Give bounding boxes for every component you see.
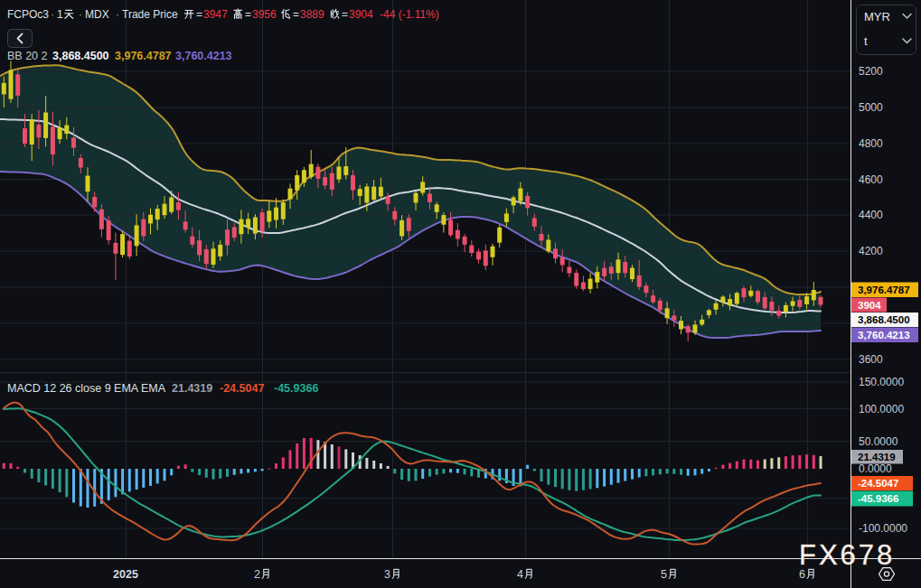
- svg-text:5: 5: [661, 568, 667, 581]
- svg-text:2025: 2025: [113, 568, 138, 581]
- svg-text:5200: 5200: [859, 65, 883, 78]
- svg-text:50.0000: 50.0000: [859, 435, 898, 448]
- svg-text:-24.5047: -24.5047: [220, 382, 264, 395]
- svg-text:3: 3: [384, 568, 390, 581]
- svg-text:3889: 3889: [300, 8, 324, 21]
- svg-text:3904: 3904: [858, 300, 881, 311]
- svg-text:21.4319: 21.4319: [172, 382, 212, 395]
- svg-text:100.0000: 100.0000: [859, 403, 904, 415]
- svg-text:=: =: [342, 8, 348, 21]
- svg-text:1: 1: [57, 8, 63, 21]
- svg-text:3,868.4500: 3,868.4500: [858, 314, 910, 325]
- svg-text:3600: 3600: [859, 353, 883, 366]
- svg-text:4: 4: [517, 568, 523, 581]
- svg-text:t: t: [864, 34, 868, 48]
- svg-text:BB 20 2: BB 20 2: [7, 50, 48, 62]
- svg-text:3,868.4500: 3,868.4500: [52, 50, 109, 62]
- svg-text:-45.9366: -45.9366: [274, 382, 318, 395]
- svg-text:4600: 4600: [859, 173, 883, 186]
- svg-text:-100.0000: -100.0000: [859, 522, 907, 535]
- svg-text:·: ·: [79, 8, 82, 21]
- svg-text:·: ·: [116, 8, 119, 21]
- svg-text:FX678: FX678: [799, 539, 895, 571]
- svg-text:MYR: MYR: [864, 10, 890, 23]
- svg-text:-24.5047: -24.5047: [858, 478, 898, 489]
- svg-text:4200: 4200: [859, 245, 883, 257]
- svg-text:-44 (-1.11%): -44 (-1.11%): [380, 8, 439, 21]
- svg-text:3,760.4213: 3,760.4213: [175, 50, 232, 62]
- svg-text:MACD 12 26 close 9 EMA EMA: MACD 12 26 close 9 EMA EMA: [7, 382, 166, 395]
- svg-text:3,976.4787: 3,976.4787: [858, 285, 910, 295]
- svg-text:2: 2: [254, 568, 260, 581]
- svg-text:3,760.4213: 3,760.4213: [858, 330, 910, 341]
- svg-text:4800: 4800: [859, 137, 883, 150]
- svg-text:·: ·: [51, 8, 54, 21]
- svg-text:21.4319: 21.4319: [858, 452, 896, 462]
- svg-text:3904: 3904: [349, 8, 373, 21]
- svg-text:=: =: [196, 8, 202, 21]
- svg-text:3956: 3956: [252, 8, 277, 21]
- svg-text:Trade Price: Trade Price: [122, 8, 178, 21]
- svg-text:3,976.4787: 3,976.4787: [115, 50, 172, 62]
- svg-text:3947: 3947: [203, 8, 228, 21]
- svg-text:0.0000: 0.0000: [859, 462, 892, 475]
- svg-text:FCPOc3: FCPOc3: [7, 8, 49, 21]
- svg-text:MDX: MDX: [85, 8, 109, 21]
- svg-text:-45.9366: -45.9366: [858, 493, 898, 504]
- svg-text:4400: 4400: [859, 209, 883, 221]
- svg-text:=: =: [293, 8, 299, 21]
- svg-text:5000: 5000: [859, 101, 883, 114]
- svg-text:150.0000: 150.0000: [859, 376, 904, 388]
- svg-text:=: =: [245, 8, 251, 21]
